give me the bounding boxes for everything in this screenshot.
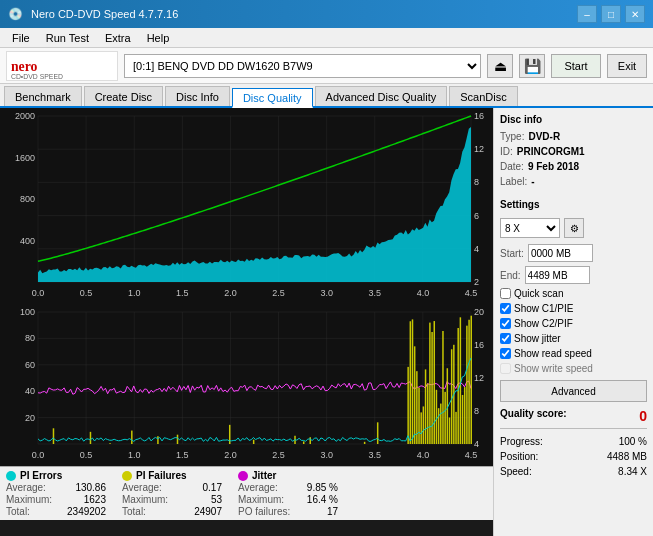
po-failures-label: PO failures: (238, 506, 290, 517)
svg-text:CD•DVD SPEED: CD•DVD SPEED (11, 72, 63, 78)
progress-value: 100 % (619, 436, 647, 447)
start-label: Start: (500, 248, 524, 259)
jitter-max-label: Maximum: (238, 494, 284, 505)
pi-failures-total-value: 24907 (194, 506, 222, 517)
pi-failures-legend: PI Failures Average: 0.17 Maximum: 53 To… (122, 470, 222, 517)
type-value: DVD-R (528, 131, 560, 142)
pi-errors-legend: PI Errors Average: 130.86 Maximum: 1623 … (6, 470, 106, 517)
bottom-chart (0, 304, 493, 466)
pi-failures-max-label: Maximum: (122, 494, 168, 505)
jitter-legend: Jitter Average: 9.85 % Maximum: 16.4 % P… (238, 470, 338, 517)
disc-label-value: - (531, 176, 534, 187)
end-input[interactable] (525, 266, 590, 284)
disc-label-label: Label: (500, 176, 527, 187)
show-c2-row: Show C2/PIF (500, 318, 647, 329)
show-jitter-label: Show jitter (514, 333, 561, 344)
title-bar-buttons: – □ ✕ (577, 5, 645, 23)
id-label: ID: (500, 146, 513, 157)
tab-disc-quality[interactable]: Disc Quality (232, 88, 313, 108)
title-bar: 💿 Nero CD-DVD Speed 4.7.7.16 – □ ✕ (0, 0, 653, 28)
pi-failures-total-label: Total: (122, 506, 146, 517)
quality-score-value: 0 (639, 408, 647, 424)
pi-errors-avg-value: 130.86 (75, 482, 106, 493)
pi-failures-dot (122, 471, 132, 481)
show-c1-label: Show C1/PIE (514, 303, 573, 314)
advanced-button[interactable]: Advanced (500, 380, 647, 402)
menu-run-test[interactable]: Run Test (38, 30, 97, 46)
id-value: PRINCORGM1 (517, 146, 585, 157)
speed-selector[interactable]: 8 X (500, 218, 560, 238)
quality-score-row: Quality score: 0 (500, 408, 647, 424)
show-c2-label: Show C2/PIF (514, 318, 573, 329)
pi-failures-label: PI Failures (136, 470, 187, 481)
tab-benchmark[interactable]: Benchmark (4, 86, 82, 106)
pi-errors-label: PI Errors (20, 470, 62, 481)
menu-bar: File Run Test Extra Help (0, 28, 653, 48)
eject-icon-btn[interactable]: ⏏ (487, 54, 513, 78)
date-label: Date: (500, 161, 524, 172)
show-c1-checkbox[interactable] (500, 303, 511, 314)
quality-score-label: Quality score: (500, 408, 567, 424)
svg-text:nero: nero (11, 58, 38, 73)
settings-icon-btn[interactable]: ⚙ (564, 218, 584, 238)
jitter-dot (238, 471, 248, 481)
speed-label: Speed: (500, 466, 532, 477)
jitter-avg-label: Average: (238, 482, 278, 493)
drive-selector[interactable]: [0:1] BENQ DVD DD DW1620 B7W9 (124, 54, 481, 78)
show-c2-checkbox[interactable] (500, 318, 511, 329)
minimize-button[interactable]: – (577, 5, 597, 23)
top-chart (0, 108, 493, 304)
title-bar-text: Nero CD-DVD Speed 4.7.7.16 (31, 8, 577, 20)
position-label: Position: (500, 451, 538, 462)
settings-title: Settings (500, 199, 647, 210)
show-write-speed-label: Show write speed (514, 363, 593, 374)
tab-create-disc[interactable]: Create Disc (84, 86, 163, 106)
close-button[interactable]: ✕ (625, 5, 645, 23)
quick-scan-row: Quick scan (500, 288, 647, 299)
pi-failures-avg-value: 0.17 (203, 482, 222, 493)
legend-area: PI Errors Average: 130.86 Maximum: 1623 … (0, 466, 493, 520)
menu-file[interactable]: File (4, 30, 38, 46)
pi-failures-max-value: 53 (211, 494, 222, 505)
show-write-speed-row: Show write speed (500, 363, 647, 374)
save-icon-btn[interactable]: 💾 (519, 54, 545, 78)
speed-value: 8.34 X (618, 466, 647, 477)
position-row: Position: 4488 MB (500, 451, 647, 462)
quick-scan-label: Quick scan (514, 288, 563, 299)
tab-scan-disc[interactable]: ScanDisc (449, 86, 517, 106)
charts-area: PI Errors Average: 130.86 Maximum: 1623 … (0, 108, 493, 536)
progress-label: Progress: (500, 436, 543, 447)
info-panel: Disc info Type: DVD-R ID: PRINCORGM1 Dat… (493, 108, 653, 536)
jitter-avg-value: 9.85 % (307, 482, 338, 493)
pi-errors-dot (6, 471, 16, 481)
nero-logo: nero CD•DVD SPEED (6, 51, 118, 81)
show-read-speed-checkbox[interactable] (500, 348, 511, 359)
speed-row: Speed: 8.34 X (500, 466, 647, 477)
toolbar: nero CD•DVD SPEED [0:1] BENQ DVD DD DW16… (0, 48, 653, 84)
main-content: PI Errors Average: 130.86 Maximum: 1623 … (0, 108, 653, 536)
tab-advanced-disc-quality[interactable]: Advanced Disc Quality (315, 86, 448, 106)
jitter-max-value: 16.4 % (307, 494, 338, 505)
menu-help[interactable]: Help (139, 30, 178, 46)
maximize-button[interactable]: □ (601, 5, 621, 23)
type-label: Type: (500, 131, 524, 142)
position-value: 4488 MB (607, 451, 647, 462)
menu-extra[interactable]: Extra (97, 30, 139, 46)
quick-scan-checkbox[interactable] (500, 288, 511, 299)
show-jitter-row: Show jitter (500, 333, 647, 344)
pi-errors-max-value: 1623 (84, 494, 106, 505)
show-read-speed-label: Show read speed (514, 348, 592, 359)
tabs: Benchmark Create Disc Disc Info Disc Qua… (0, 84, 653, 108)
show-write-speed-checkbox (500, 363, 511, 374)
start-button[interactable]: Start (551, 54, 601, 78)
show-c1-row: Show C1/PIE (500, 303, 647, 314)
exit-button[interactable]: Exit (607, 54, 647, 78)
tab-disc-info[interactable]: Disc Info (165, 86, 230, 106)
start-input[interactable] (528, 244, 593, 262)
po-failures-value: 17 (327, 506, 338, 517)
pi-failures-avg-label: Average: (122, 482, 162, 493)
show-jitter-checkbox[interactable] (500, 333, 511, 344)
progress-row: Progress: 100 % (500, 436, 647, 447)
disc-info-title: Disc info (500, 114, 647, 125)
jitter-label: Jitter (252, 470, 276, 481)
